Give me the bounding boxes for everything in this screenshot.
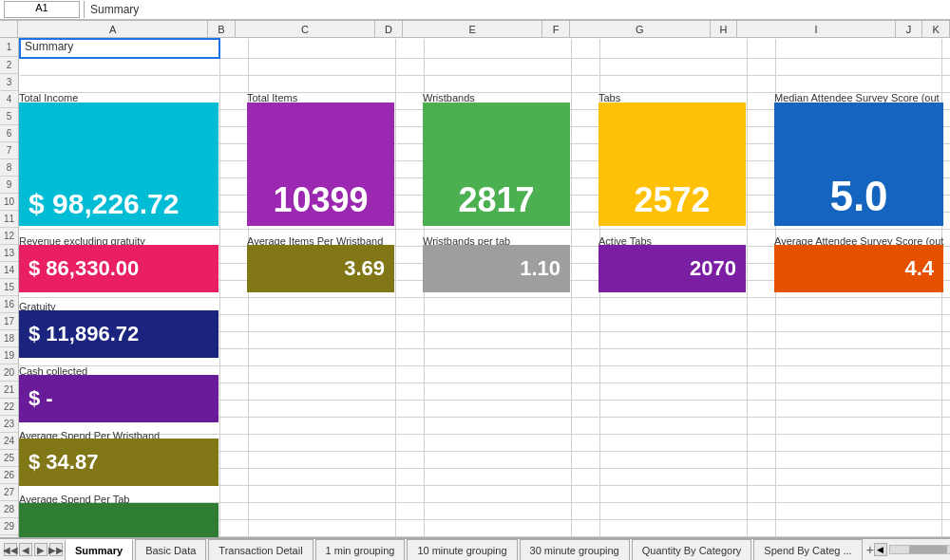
- tab-basic-data[interactable]: Basic Data: [135, 539, 206, 560]
- row-num-17: 17: [0, 313, 18, 330]
- card-total-items: 10399: [247, 103, 394, 226]
- row-num-6: 6: [0, 125, 18, 142]
- col-header-a[interactable]: A: [18, 21, 208, 37]
- cell-e1[interactable]: [424, 39, 571, 58]
- row-num-11: 11: [0, 211, 18, 228]
- tab-summary[interactable]: Summary: [65, 539, 133, 560]
- value-total-items: 10399: [256, 180, 385, 220]
- value-cash: $ -: [28, 386, 209, 411]
- cell-i1[interactable]: [775, 39, 941, 58]
- card-avg-survey: 4.4: [774, 245, 943, 292]
- row-num-24: 24: [0, 433, 18, 450]
- col-header-g[interactable]: G: [570, 21, 711, 37]
- cell-d1[interactable]: [395, 39, 424, 58]
- formula-bar: A1 Summary: [0, 0, 950, 21]
- card-rev-ex-grat: $ 86,330.00: [19, 245, 218, 292]
- tab-nav-prev[interactable]: ◀: [19, 543, 32, 556]
- grid-body: 1 2 3 4 5 6 7 8 9 10 11 12 13 14 15 16 1…: [0, 38, 950, 537]
- cell-j1[interactable]: [941, 39, 950, 58]
- grid-content[interactable]: Summary: [19, 38, 950, 537]
- row-num-5: 5: [0, 108, 18, 125]
- row-num-21: 21: [0, 382, 18, 399]
- value-wristbands-per-tab: 1.10: [432, 256, 560, 281]
- row-num-7: 7: [0, 142, 18, 159]
- row-num-15: 15: [0, 279, 18, 296]
- row-num-3: 3: [0, 74, 18, 91]
- col-header-e[interactable]: E: [403, 21, 543, 37]
- row-num-1: 1: [0, 38, 18, 57]
- card-gratuity: $ 11,896.72: [19, 310, 218, 358]
- col-header-c[interactable]: C: [236, 21, 376, 37]
- value-total-income: $ 98,226.72: [28, 188, 209, 220]
- card-avg-spend-tab: [19, 503, 218, 537]
- value-rev-ex-grat: $ 86,330.00: [28, 256, 209, 281]
- row-num-4: 4: [0, 91, 18, 108]
- scrollbar-left[interactable]: ◀: [874, 543, 887, 556]
- value-gratuity: $ 11,896.72: [28, 322, 209, 346]
- scrollbar-thumb[interactable]: [909, 546, 947, 553]
- cell-c1[interactable]: [248, 39, 395, 58]
- col-header-d[interactable]: D: [375, 21, 403, 37]
- value-avg-survey: 4.4: [784, 256, 934, 281]
- row-num-12: 12: [0, 228, 18, 245]
- tab-quantity-by-category[interactable]: Quantity By Category: [632, 539, 752, 560]
- card-tabs: 2572: [598, 103, 746, 226]
- row-num-19: 19: [0, 347, 18, 364]
- formula-divider: [84, 1, 85, 18]
- tab-nav-next[interactable]: ▶: [34, 543, 48, 556]
- cell-f1[interactable]: [571, 39, 599, 58]
- col-header-h[interactable]: H: [711, 21, 738, 37]
- row-num-9: 9: [0, 177, 18, 194]
- tab-nav-last[interactable]: ▶▶: [49, 543, 63, 556]
- tab-1min-grouping[interactable]: 1 min grouping: [315, 539, 406, 560]
- row-num-16: 16: [0, 296, 18, 313]
- row-num-30: 30: [0, 535, 18, 537]
- formula-content: Summary: [90, 3, 139, 16]
- cell-h1[interactable]: [747, 39, 775, 58]
- row-num-8: 8: [0, 159, 18, 177]
- tab-10min-grouping[interactable]: 10 minute grouping: [407, 539, 517, 560]
- col-header-j[interactable]: J: [896, 21, 923, 37]
- col-header-k[interactable]: K: [922, 21, 950, 37]
- row-num-29: 29: [0, 518, 18, 535]
- card-wristbands: 2817: [423, 103, 570, 226]
- tab-nav-first[interactable]: ◀◀: [4, 543, 17, 556]
- row-num-28: 28: [0, 501, 18, 518]
- row-numbers: 1 2 3 4 5 6 7 8 9 10 11 12 13 14 15 16 1…: [0, 38, 19, 537]
- card-wristbands-per-tab: 1.10: [423, 245, 570, 292]
- card-avg-spend-wristband: $ 34.87: [19, 439, 218, 486]
- row-num-18: 18: [0, 330, 18, 347]
- col-header-b[interactable]: B: [208, 21, 236, 37]
- row-num-23: 23: [0, 416, 18, 433]
- value-wristbands: 2817: [432, 180, 560, 220]
- row-num-2: 2: [0, 57, 18, 74]
- cell-b1[interactable]: [219, 39, 248, 58]
- col-header-i[interactable]: I: [737, 21, 896, 37]
- card-median-survey: 5.0: [774, 103, 943, 226]
- card-total-income: $ 98,226.72: [19, 103, 218, 226]
- scrollbar-track[interactable]: [889, 545, 950, 554]
- spreadsheet: A1 Summary A B C D E F G H I J K 1 2 3 4…: [0, 0, 950, 560]
- value-avg-spend-wristband: $ 34.87: [28, 450, 209, 475]
- row-num-25: 25: [0, 450, 18, 467]
- value-active-tabs: 2070: [608, 256, 736, 281]
- column-headers: A B C D E F G H I J K: [0, 21, 950, 38]
- row-num-14: 14: [0, 262, 18, 279]
- cell-g1[interactable]: [599, 39, 747, 58]
- value-median-survey: 5.0: [784, 173, 934, 220]
- tab-transaction-detail[interactable]: Transaction Detail: [208, 539, 313, 560]
- card-avg-items: 3.69: [247, 245, 394, 292]
- add-sheet-button[interactable]: +: [866, 541, 874, 558]
- value-avg-items: 3.69: [256, 256, 385, 281]
- tab-spend-by-category[interactable]: Spend By Categ ...: [753, 539, 862, 560]
- cell-a1[interactable]: Summary: [20, 39, 219, 58]
- value-tabs: 2572: [608, 180, 736, 220]
- card-active-tabs: 2070: [598, 245, 746, 292]
- col-header-f[interactable]: F: [542, 21, 570, 37]
- scrollbar-area: ◀ ▶: [874, 543, 950, 556]
- tab-30min-grouping[interactable]: 30 minute grouping: [520, 539, 630, 560]
- card-cash: $ -: [19, 375, 218, 422]
- name-box[interactable]: A1: [4, 1, 80, 18]
- tab-bar: ◀◀ ◀ ▶ ▶▶ Summary Basic Data Transaction…: [0, 537, 950, 560]
- row-num-27: 27: [0, 484, 18, 501]
